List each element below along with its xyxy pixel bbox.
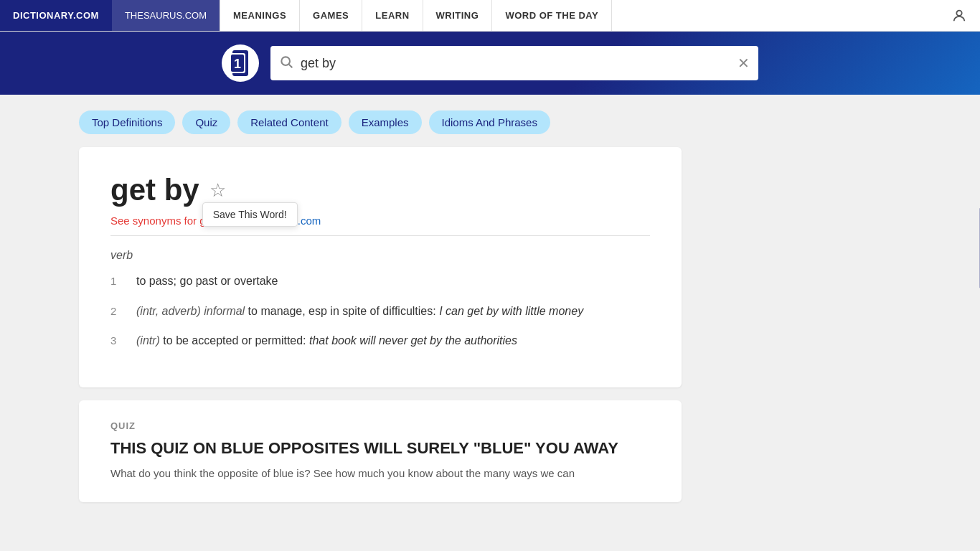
search-icon	[279, 55, 293, 72]
quiz-title[interactable]: THIS QUIZ ON BLUE OPPOSITES WILL SURELY …	[110, 438, 650, 459]
svg-text:1: 1	[234, 57, 241, 71]
def-num-2: 2	[110, 302, 123, 321]
nav-games[interactable]: GAMES	[300, 0, 362, 31]
bookmark-star-icon[interactable]: ☆ Save This Word!	[209, 179, 226, 202]
svg-point-0	[956, 10, 961, 15]
clear-icon[interactable]: ✕	[738, 55, 750, 72]
synonyms-link[interactable]: See synonyms for get by on Thesaurus.com	[110, 215, 650, 235]
quiz-card: QUIZ THIS QUIZ ON BLUE OPPOSITES WILL SU…	[79, 400, 682, 502]
nav-writing[interactable]: WRITING	[423, 0, 493, 31]
main-content: get by ☆ Save This Word! See synonyms fo…	[79, 147, 682, 502]
def-text-2: (intr, adverb) informal to manage, esp i…	[136, 302, 583, 321]
definition-card: get by ☆ Save This Word! See synonyms fo…	[79, 147, 682, 387]
divider	[110, 235, 650, 236]
def-num-1: 1	[110, 272, 123, 291]
def-num-3: 3	[110, 331, 123, 350]
search-input[interactable]	[301, 56, 730, 71]
tabs-row: Top Definitions Quiz Related Content Exa…	[0, 95, 980, 147]
svg-point-5	[281, 57, 290, 65]
nav-word-of-the-day[interactable]: WORD OF THE DAY	[492, 0, 612, 31]
tab-quiz[interactable]: Quiz	[182, 110, 230, 134]
definition-item-3: 3 (intr) to be accepted or permitted: th…	[110, 331, 650, 350]
nav-learn[interactable]: LEARN	[362, 0, 423, 31]
tab-examples[interactable]: Examples	[349, 110, 422, 134]
definition-item-2: 2 (intr, adverb) informal to manage, esp…	[110, 302, 650, 321]
tab-idioms-and-phrases[interactable]: Idioms And Phrases	[429, 110, 550, 134]
definitions-list: 1 to pass; go past or overtake 2 (intr, …	[110, 272, 650, 350]
nav-meanings[interactable]: MEANINGS	[220, 0, 300, 31]
def-text-3: (intr) to be accepted or permitted: that…	[136, 331, 517, 350]
save-tooltip: Save This Word!	[202, 202, 298, 227]
user-icon[interactable]	[938, 0, 980, 31]
brand-dictionary[interactable]: DICTIONARY.COM	[0, 0, 112, 31]
search-area: 1 ✕	[0, 32, 980, 95]
tab-top-definitions[interactable]: Top Definitions	[79, 110, 175, 134]
tab-related-content[interactable]: Related Content	[237, 110, 341, 134]
search-box: ✕	[270, 46, 758, 80]
part-of-speech: verb	[110, 249, 650, 262]
top-nav: DICTIONARY.COM THESAURUS.COM MEANINGS GA…	[0, 0, 980, 32]
definition-item-1: 1 to pass; go past or overtake	[110, 272, 650, 291]
feedback-container: FEEDBACK	[900, 263, 980, 288]
quiz-label: QUIZ	[110, 420, 650, 431]
svg-line-6	[289, 65, 293, 68]
def-text-1: to pass; go past or overtake	[136, 272, 278, 291]
quiz-description: What do you think the opposite of blue i…	[110, 466, 650, 482]
nav-links: MEANINGS GAMES LEARN WRITING WORD OF THE…	[220, 0, 938, 31]
synonyms-prefix: See synonyms for	[110, 215, 199, 227]
word-title-row: get by ☆ Save This Word!	[110, 173, 650, 207]
brand-thesaurus[interactable]: THESAURUS.COM	[112, 0, 220, 31]
site-logo[interactable]: 1	[222, 44, 259, 82]
word-title: get by	[110, 173, 199, 207]
